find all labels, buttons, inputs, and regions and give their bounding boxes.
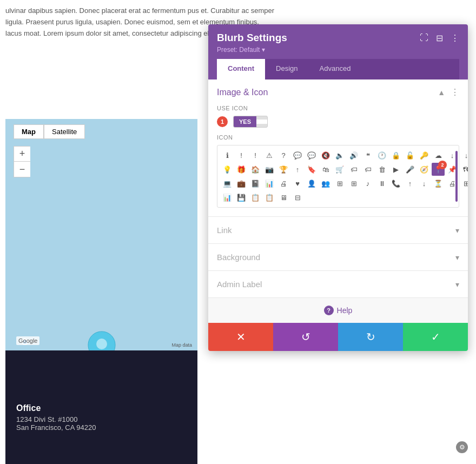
icon-users[interactable]: 👥 <box>319 177 332 190</box>
icon-mic[interactable]: 🎤 <box>404 163 416 176</box>
section-admin-label-title: Admin Label <box>217 280 262 289</box>
icon-home[interactable]: 🏠 <box>249 163 262 176</box>
icon-bookmark[interactable]: 🔖 <box>305 163 318 176</box>
zoom-in-button[interactable]: + <box>14 147 30 162</box>
icon-scrollbar[interactable] <box>455 151 458 202</box>
section-menu-icon[interactable]: ⋮ <box>451 87 459 97</box>
map-tab-satellite[interactable]: Satellite <box>44 124 85 139</box>
fullscreen-icon[interactable]: ⛶ <box>420 33 428 43</box>
icon-field-label: Icon <box>217 134 459 141</box>
icon-clipboard[interactable]: 📋 <box>249 191 262 204</box>
redo-button[interactable]: ↻ <box>338 323 403 351</box>
icon-alert[interactable]: ! <box>235 149 248 162</box>
icon-map[interactable]: 🗺 <box>460 163 468 176</box>
gear-icon[interactable]: ⚙ <box>456 441 468 453</box>
map-container: Map Satellite + − Office 1234 Divi St. #… <box>5 119 197 464</box>
icon-table[interactable]: ⊞ <box>460 177 468 190</box>
section-image-icon-header[interactable]: Image & Icon ▲ ⋮ <box>208 79 468 105</box>
icon-briefcase[interactable]: 💼 <box>235 177 248 190</box>
icon-chart[interactable]: 📊 <box>263 177 276 190</box>
icon-lightbulb[interactable]: 💡 <box>221 163 234 176</box>
icon-exclamation[interactable]: ! <box>249 149 262 162</box>
icon-volume-high[interactable]: 🔊 <box>347 149 360 162</box>
icon-user[interactable]: 👤 <box>305 177 318 190</box>
icon-tag[interactable]: 🏷 <box>347 163 360 176</box>
reset-button[interactable]: ↺ <box>273 323 338 351</box>
icon-bag[interactable]: 🛍 <box>319 163 332 176</box>
icon-camera[interactable]: 📷 <box>263 163 276 176</box>
icon-download3[interactable]: ↓ <box>418 177 431 190</box>
section-image-icon-content: Use Icon 1 YES Icon ℹ ! ! <box>208 105 468 216</box>
google-logo: Google <box>16 336 39 345</box>
section-image-icon-title: Image & Icon <box>217 88 268 97</box>
more-options-icon[interactable]: ⋮ <box>451 33 459 43</box>
save-button[interactable]: ✓ <box>403 323 468 351</box>
section-background: Background ▾ <box>208 244 468 271</box>
icon-hourglass[interactable]: ⏳ <box>432 177 445 190</box>
icon-extra[interactable]: ⊟ <box>291 191 304 204</box>
toggle-yes[interactable]: YES <box>234 116 256 127</box>
icon-trash[interactable]: 🗑 <box>375 163 388 176</box>
zoom-out-button[interactable]: − <box>14 162 30 177</box>
icon-unlock[interactable]: 🔓 <box>404 149 416 162</box>
icon-floppy[interactable]: 💾 <box>235 191 248 204</box>
section-background-chevron[interactable]: ▾ <box>455 253 459 262</box>
icon-comment2[interactable]: 💬 <box>305 149 318 162</box>
tab-advanced[interactable]: Advanced <box>309 59 362 79</box>
icon-pin-selected[interactable]: 📍 2 <box>432 163 445 176</box>
icon-triangle-warning[interactable]: ⚠ <box>263 149 276 162</box>
icon-upload[interactable]: ↑ <box>291 163 304 176</box>
section-admin-label-header[interactable]: Admin Label ▾ <box>208 271 468 297</box>
use-icon-toggle[interactable]: YES <box>233 116 268 128</box>
icon-clipboard2[interactable]: 📋 <box>263 191 276 204</box>
cancel-button[interactable]: ✕ <box>208 323 273 351</box>
icon-lock[interactable]: 🔒 <box>389 149 402 162</box>
section-background-header[interactable]: Background ▾ <box>208 244 468 270</box>
icon-compass[interactable]: 🧭 <box>418 163 431 176</box>
icon-trophy[interactable]: 🏆 <box>277 163 290 176</box>
panel-title: Blurb Settings <box>217 32 287 44</box>
section-link-header[interactable]: Link ▾ <box>208 217 468 243</box>
icon-pause[interactable]: ⏸ <box>375 177 388 190</box>
section-admin-label-chevron[interactable]: ▾ <box>455 280 459 289</box>
icon-upload2[interactable]: ↑ <box>404 177 416 190</box>
columns-icon[interactable]: ⊟ <box>436 33 443 43</box>
icon-grid2[interactable]: ⊞ <box>333 177 346 190</box>
icon-comment[interactable]: 💬 <box>291 149 304 162</box>
icon-cart[interactable]: 🛒 <box>333 163 346 176</box>
icon-monitor[interactable]: 💻 <box>221 177 234 190</box>
tab-content[interactable]: Content <box>217 59 265 79</box>
icon-music[interactable]: ♪ <box>361 177 374 190</box>
section-image-icon: Image & Icon ▲ ⋮ Use Icon 1 YES Icon <box>208 79 468 217</box>
icon-notebook[interactable]: 📓 <box>249 177 262 190</box>
icon-grid: ℹ ! ! ⚠ ? 💬 💬 🔇 🔈 🔊 ❝ 🕐 🔒 <box>217 145 459 207</box>
icon-question[interactable]: ? <box>277 149 290 162</box>
use-icon-label: Use Icon <box>217 105 459 111</box>
chevron-up-icon[interactable]: ▲ <box>438 88 445 97</box>
icon-cursor[interactable]: ▶ <box>389 163 402 176</box>
settings-panel: Blurb Settings ⛶ ⊟ ⋮ Preset: Default ▾ C… <box>208 24 468 351</box>
icon-info[interactable]: ℹ <box>221 149 234 162</box>
icon-download2[interactable]: ↓ <box>460 149 468 162</box>
toggle-no[interactable] <box>256 120 267 124</box>
icon-clock[interactable]: 🕐 <box>375 149 388 162</box>
icon-grid3[interactable]: ⊞ <box>347 177 360 190</box>
icon-gift[interactable]: 🎁 <box>235 163 248 176</box>
icon-phone[interactable]: 📞 <box>389 177 402 190</box>
icon-bar-chart[interactable]: 📊 <box>221 191 234 204</box>
section-link-chevron[interactable]: ▾ <box>455 226 459 235</box>
icon-desktop[interactable]: 🖥 <box>277 191 290 204</box>
tab-design[interactable]: Design <box>265 59 308 79</box>
panel-preset[interactable]: Preset: Default ▾ <box>217 46 459 54</box>
icon-print[interactable]: 🖨 <box>277 177 290 190</box>
map-tab-map[interactable]: Map <box>14 124 44 139</box>
panel-header-top: Blurb Settings ⛶ ⊟ ⋮ <box>217 32 459 44</box>
icon-tag2[interactable]: 🏷 <box>361 163 374 176</box>
icon-volume-low[interactable]: 🔈 <box>333 149 346 162</box>
help-row[interactable]: ? Help <box>208 298 468 323</box>
icon-quote[interactable]: ❝ <box>361 149 374 162</box>
icon-key[interactable]: 🔑 <box>418 149 431 162</box>
icon-mute[interactable]: 🔇 <box>319 149 332 162</box>
icon-cloud[interactable]: ☁ <box>432 149 445 162</box>
icon-heart[interactable]: ♥ <box>291 177 304 190</box>
